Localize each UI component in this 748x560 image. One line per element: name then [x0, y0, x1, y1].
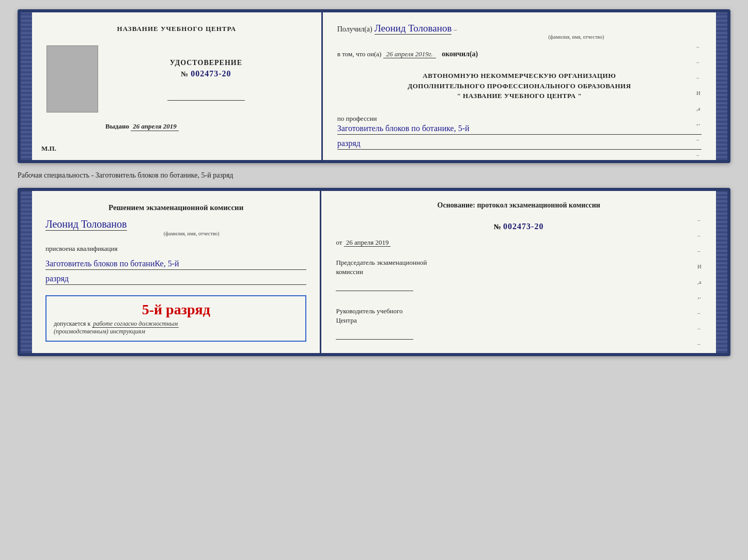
date-prefix: в том, что он(а)	[337, 50, 382, 58]
lower-cert-right-panel: Основание: протокол экзаменационной коми…	[321, 191, 716, 353]
cert-type-label: УДОСТОВЕРЕНИЕ	[170, 59, 242, 67]
upper-certificate: НАЗВАНИЕ УЧЕБНОГО ЦЕНТРА УДОСТОВЕРЕНИЕ №…	[18, 9, 730, 163]
photo-placeholder	[46, 45, 98, 113]
lower-date-value: 26 апреля 2019	[344, 238, 391, 247]
issued-label: Выдано	[105, 122, 129, 130]
mp-label: М.П.	[41, 145, 56, 153]
recipient-name: Леонид Толованов	[375, 23, 452, 35]
rank-value-upper: разряд	[337, 139, 702, 150]
director-title: Руководитель учебного Центра	[336, 307, 702, 325]
org-line3: " НАЗВАНИЕ УЧЕБНОГО ЦЕНТРА "	[337, 91, 702, 101]
specialty-label: Рабочая специальность - Заготовитель бло…	[18, 169, 730, 182]
recipient-section: Получил(а) Леонид Толованов – (фамилия, …	[337, 23, 702, 40]
director-title-line2: Центра	[336, 316, 356, 324]
qualification-label: присвоена квалификация	[45, 245, 306, 253]
lower-rank-value: разряд	[45, 274, 306, 285]
date-suffix: окончил(а)	[442, 50, 478, 58]
date-line: в том, что он(а) 26 апреля 2019г. окончи…	[337, 50, 702, 58]
allowed-prefix: допускается к	[54, 320, 90, 327]
date-value: 26 апреля 2019г.	[383, 50, 436, 58]
upper-left-content: УДОСТОВЕРЕНИЕ № 002473-20 Выдано 26 апре…	[105, 45, 307, 131]
lower-date-prefix: от	[336, 238, 342, 246]
dash-separator: –	[454, 26, 457, 33]
upper-cert-right-panel: Получил(а) Леонид Толованов – (фамилия, …	[323, 12, 716, 160]
lower-number-prefix: №	[494, 223, 501, 231]
commission-title: Решением экзаменационной комиссии	[45, 202, 306, 213]
lower-certificate: Решением экзаменационной комиссии Леонид…	[18, 188, 730, 356]
issued-date: 26 апреля 2019	[131, 122, 179, 131]
director-sig-line	[336, 328, 413, 340]
profession-section: по профессии Заготовитель блоков по бота…	[337, 108, 702, 150]
upper-cert-spine-left	[21, 12, 32, 160]
upper-left-inner: УДОСТОВЕРЕНИЕ № 002473-20 Выдано 26 апре…	[46, 45, 307, 131]
profession-value: Заготовитель блоков по ботанике, 5-й	[337, 124, 702, 135]
org-block: АВТОНОМНУЮ НЕКОММЕРЧЕСКУЮ ОРГАНИЗАЦИЮ ДО…	[337, 71, 702, 101]
lower-qualification-section: Заготовитель блоков по ботаниКе, 5-й раз…	[45, 258, 306, 285]
chairman-title: Председатель экзаменационной комиссии	[336, 258, 702, 277]
recipient-caption: (фамилия, имя, отчество)	[451, 34, 702, 40]
chairman-title-line2: комиссии	[336, 268, 363, 276]
received-prefix: Получил(а)	[337, 25, 372, 33]
chairman-signature-block: Председатель экзаменационной комиссии	[336, 258, 702, 291]
lower-cert-spine-left	[21, 191, 32, 353]
cert-number: 002473-20	[191, 69, 231, 78]
lower-doc-number-section: № 002473-20	[336, 222, 702, 231]
chairman-title-line1: Председатель экзаменационной	[336, 259, 427, 266]
lower-person-section: Леонид Толованов (фамилия, имя, отчество…	[45, 218, 306, 236]
allowed-text: работе согласно должностным	[92, 320, 179, 328]
upper-right-side-marks: – – – И ,а ‹- – – – –	[696, 43, 700, 163]
org-line2: ДОПОЛНИТЕЛЬНОГО ПРОФЕССИОНАЛЬНОГО ОБРАЗО…	[337, 81, 702, 91]
cert-number-line: № 002473-20	[170, 69, 242, 78]
director-title-line1: Руководитель учебного	[336, 307, 402, 315]
lower-doc-date: от 26 апреля 2019	[336, 238, 702, 247]
qualification-box: 5-й разряд допускается к работе согласно…	[45, 295, 306, 342]
lower-person-name: Леонид Толованов	[45, 218, 127, 231]
lower-cert-spine-right	[716, 191, 727, 353]
signature-underline-left	[167, 100, 245, 101]
allowed-text-line: допускается к работе согласно должностны…	[54, 320, 298, 328]
upper-cert-spine-right	[716, 12, 727, 160]
upper-cert-left-panel: НАЗВАНИЕ УЧЕБНОГО ЦЕНТРА УДОСТОВЕРЕНИЕ №…	[32, 12, 323, 160]
lower-qualification-value: Заготовитель блоков по ботаниКе, 5-й	[45, 259, 306, 270]
org-line1: АВТОНОМНУЮ НЕКОММЕРЧЕСКУЮ ОРГАНИЗАЦИЮ	[337, 71, 702, 81]
cert-id-section: УДОСТОВЕРЕНИЕ № 002473-20	[170, 59, 242, 78]
chairman-sig-line	[336, 280, 413, 291]
cert-number-prefix: №	[181, 70, 189, 78]
lower-right-side-marks: – – – И ,а ‹- – – – –	[697, 217, 702, 356]
allowed-text2: (производственным) инструкциям	[54, 328, 298, 335]
lower-person-caption: (фамилия, имя, отчество)	[76, 231, 306, 236]
upper-left-title: НАЗВАНИЕ УЧЕБНОГО ЦЕНТРА	[117, 25, 237, 33]
profession-label: по профессии	[337, 115, 702, 123]
basis-title: Основание: протокол экзаменационной коми…	[336, 201, 702, 210]
director-signature-block: Руководитель учебного Центра	[336, 307, 702, 340]
rank-display: 5-й разряд	[54, 301, 298, 318]
lower-cert-left-panel: Решением экзаменационной комиссии Леонид…	[32, 191, 321, 353]
lower-doc-number: 002473-20	[503, 222, 543, 231]
issued-line: Выдано 26 апреля 2019	[105, 122, 307, 131]
